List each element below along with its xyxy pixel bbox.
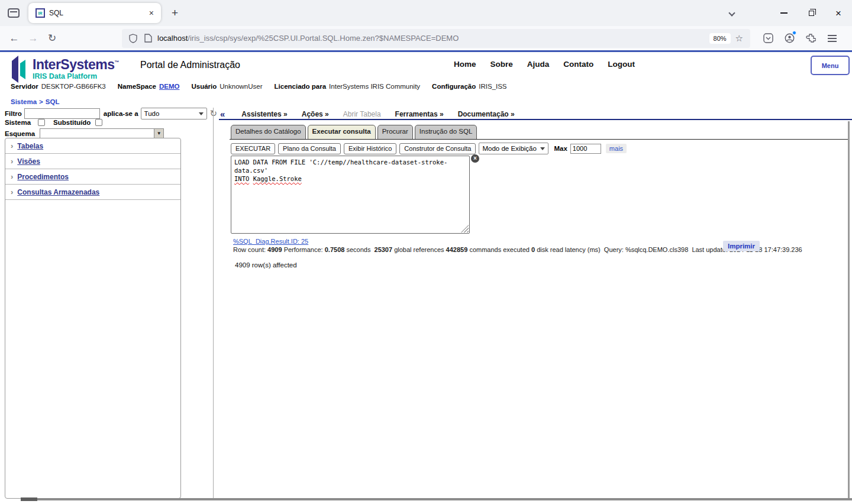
close-icon: × (835, 8, 841, 18)
user-label: Usuário (191, 83, 217, 90)
nav-home[interactable]: Home (454, 60, 476, 69)
user-value: UnknownUser (220, 83, 262, 90)
iris-favicon-icon: IR (36, 8, 45, 18)
tab-title: SQL (49, 9, 147, 17)
screen: IR SQL × + × ← → ↻ localhost/iris_iss/cs… (0, 0, 852, 504)
sidebar-item-consultas-armazenadas[interactable]: ›Consultas Armazenadas (5, 185, 180, 200)
panel-divider (213, 108, 214, 500)
applies-select-value: Tudo (144, 110, 160, 117)
nav-help[interactable]: Ajuda (527, 60, 550, 69)
query-builder-button[interactable]: Construtor de Consulta (399, 143, 476, 154)
top-nav: Home Sobre Ajuda Contato Logout (454, 60, 635, 69)
reload-button[interactable]: ↻ (43, 32, 62, 44)
schema-combo-button[interactable]: ▼ (154, 128, 164, 138)
display-mode-select[interactable]: Modo de Exibição (479, 143, 548, 154)
back-button[interactable]: ← (5, 33, 24, 44)
execute-button[interactable]: EXECUTAR (231, 143, 275, 154)
browser-tab[interactable]: IR SQL × (28, 3, 161, 23)
schema-row: Esquema ▼ (5, 128, 164, 138)
menu-button[interactable]: Menu (811, 56, 850, 75)
logo-subtitle: IRIS Data Platform (33, 72, 119, 80)
sidebar-item-label[interactable]: Visões (17, 157, 40, 166)
query-plan-button[interactable]: Plano da Consulta (278, 143, 341, 154)
sql-line-2: INTO Kaggle.Stroke (234, 175, 466, 183)
tab-executar-consulta[interactable]: Executar consulta (308, 125, 376, 140)
query-toolbar: EXECUTAR Plano da Consulta Exibir Histór… (231, 143, 627, 154)
clear-query-icon[interactable]: × (471, 154, 479, 163)
sql-line-1: LOAD DATA FROM FILE 'C://temp//healthcar… (234, 158, 466, 175)
intersystems-logo-mark (11, 56, 28, 83)
window-close-button[interactable]: × (825, 3, 852, 23)
list-all-tabs-button[interactable] (723, 3, 743, 23)
sidebar-item-tabelas[interactable]: ›Tabelas (5, 138, 180, 154)
diag-result-link[interactable]: %SQL_Diag.Result.ID: 25 (233, 238, 308, 245)
query-tabs: Detalhes do Catálogo Executar consulta P… (231, 125, 477, 140)
chevron-right-icon: › (11, 141, 13, 150)
pocket-button[interactable] (757, 29, 779, 48)
nav-logout[interactable]: Logout (608, 60, 635, 69)
nav-contact[interactable]: Contato (563, 60, 593, 69)
system-label: Sistema (5, 119, 31, 126)
sidebar-item-procedimentos[interactable]: ›Procedimentos (5, 169, 180, 185)
url-bar[interactable]: localhost/iris_iss/csp/sys/exp/%25CSP.UI… (122, 29, 750, 48)
chevron-down-icon (728, 9, 735, 16)
tab-procurar[interactable]: Procurar (377, 125, 413, 140)
license-label: Licenciado para (275, 83, 327, 90)
schema-combo-input[interactable] (40, 128, 154, 138)
forward-button[interactable]: → (24, 33, 43, 44)
filter-input[interactable] (24, 108, 100, 119)
checkbox-row: Sistema Substituído (5, 119, 102, 126)
shield-icon[interactable] (128, 34, 138, 43)
namespace-label: NameSpace (118, 83, 156, 90)
new-tab-button[interactable]: + (172, 7, 178, 20)
window-restore-button[interactable] (798, 3, 825, 23)
app-menu-button[interactable] (821, 29, 843, 48)
sidebar-item-label[interactable]: Consultas Armazenadas (17, 188, 99, 196)
sidebar-item-label[interactable]: Procedimentos (17, 173, 69, 181)
window-minimize-button[interactable] (770, 3, 798, 23)
menu-documentacao[interactable]: Documentação » (458, 110, 515, 118)
substituted-checkbox[interactable] (95, 119, 102, 126)
browser-toolbar: ← → ↻ localhost/iris_iss/csp/sys/exp/%25… (0, 26, 852, 50)
select-arrow-icon (199, 112, 204, 115)
menu-assistentes[interactable]: Assistentes » (241, 110, 287, 118)
page-info-icon[interactable] (144, 34, 152, 43)
extensions-button[interactable] (800, 29, 821, 48)
nav-about[interactable]: Sobre (490, 60, 513, 69)
sidebar-item-visoes[interactable]: ›Visões (5, 154, 180, 169)
tab-close-icon[interactable]: × (147, 8, 156, 18)
horizontal-scrollbar-thumb[interactable] (21, 497, 37, 501)
menubar-underline (219, 119, 852, 120)
print-button[interactable]: Imprimir (723, 241, 760, 251)
bookmark-star-icon[interactable]: ☆ (735, 33, 743, 44)
vertical-scrollbar[interactable] (848, 121, 850, 500)
breadcrumb-sistema[interactable]: Sistema (11, 98, 37, 105)
account-button[interactable] (779, 29, 800, 48)
filter-row: Filtro aplica-se a Tudo ↻ (5, 108, 217, 119)
textarea-resize-handle[interactable] (461, 225, 469, 232)
collapse-panel-icon[interactable]: « (220, 109, 225, 119)
portal-title: Portal de Administração (140, 60, 240, 70)
firefox-view-icon[interactable] (8, 8, 20, 18)
rows-affected-text: 4909 row(s) affected (235, 261, 297, 269)
horizontal-scrollbar[interactable] (21, 498, 852, 500)
tabs-underline (230, 139, 848, 140)
namespace-link[interactable]: DEMO (159, 83, 180, 90)
schema-label: Esquema (5, 130, 35, 137)
more-link[interactable]: mais (606, 144, 627, 153)
menu-abrir-tabela: Abrir Tabela (343, 110, 381, 118)
applies-select[interactable]: Tudo (141, 108, 207, 119)
system-checkbox[interactable] (38, 119, 45, 126)
sql-query-textarea[interactable]: LOAD DATA FROM FILE 'C://temp//healthcar… (231, 156, 470, 234)
zoom-level-badge[interactable]: 80% (709, 33, 731, 44)
menu-acoes[interactable]: Ações » (302, 110, 329, 118)
max-input[interactable] (570, 144, 601, 154)
breadcrumb-sql[interactable]: SQL (46, 98, 60, 105)
tab-detalhes-do-catalogo[interactable]: Detalhes do Catálogo (231, 125, 306, 140)
show-history-button[interactable]: Exibir Histórico (344, 143, 396, 154)
breadcrumb-separator: > (39, 98, 43, 105)
license-value: InterSystems IRIS Community (329, 83, 420, 90)
sidebar-item-label[interactable]: Tabelas (17, 142, 43, 150)
menu-ferramentas[interactable]: Ferramentas » (395, 110, 444, 118)
tab-instrucao-do-sql[interactable]: Instrução do SQL (415, 125, 477, 140)
